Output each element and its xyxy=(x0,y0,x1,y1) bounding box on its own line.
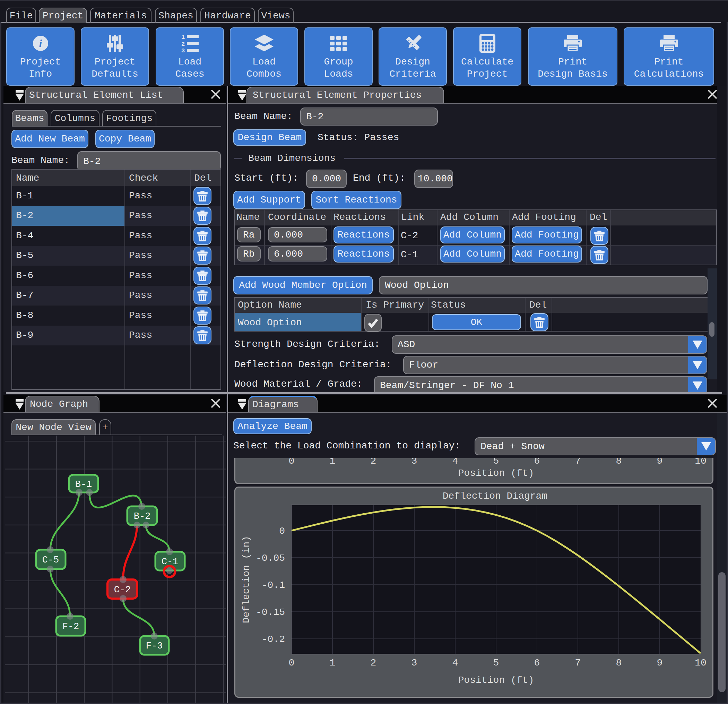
svg-text:F-2: F-2 xyxy=(62,622,79,632)
svg-text:2: 2 xyxy=(181,41,185,48)
svg-text:C-2: C-2 xyxy=(114,585,131,595)
svg-text:B-2: B-2 xyxy=(134,511,151,522)
svg-text:i: i xyxy=(39,37,42,49)
svg-text:1: 1 xyxy=(181,34,185,40)
svg-text:F-3: F-3 xyxy=(146,641,163,651)
svg-text:3: 3 xyxy=(181,48,185,52)
svg-text:C-5: C-5 xyxy=(42,555,59,565)
svg-text:B-1: B-1 xyxy=(75,479,92,490)
